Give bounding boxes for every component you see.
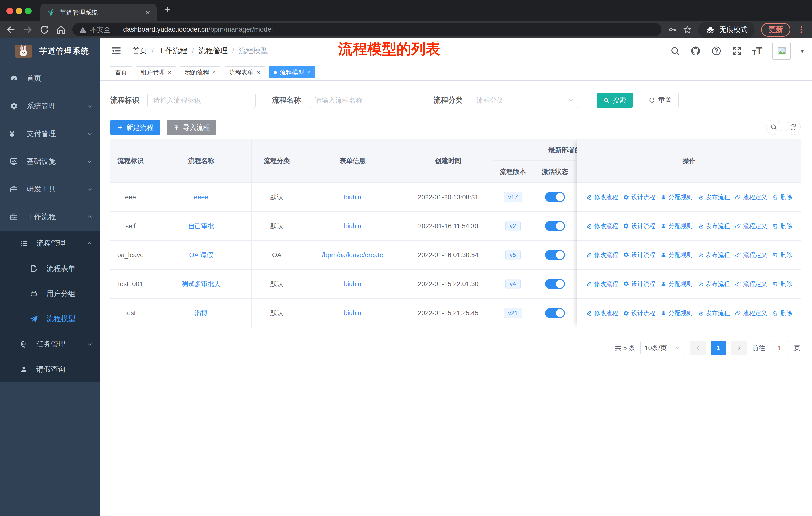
action-design-process[interactable]: 设计流程	[623, 193, 656, 201]
active-toggle[interactable]	[545, 250, 565, 260]
sidebar-item-process-form[interactable]: 流程表单	[0, 256, 100, 281]
active-toggle[interactable]	[545, 221, 565, 231]
active-toggle[interactable]	[545, 192, 565, 202]
fullscreen-icon[interactable]	[732, 46, 742, 56]
browser-tab[interactable]: 芋道管理系统 ×	[40, 3, 156, 21]
sidebar-item-system-management[interactable]: 系统管理	[0, 92, 100, 120]
sidebar-item-task-management[interactable]: 任务管理	[0, 332, 100, 357]
window-zoom-button[interactable]	[25, 7, 32, 15]
window-minimize-button[interactable]	[16, 7, 22, 15]
process-name-link[interactable]: eeee	[194, 193, 208, 201]
avatar-caret-icon[interactable]: ▾	[801, 47, 804, 55]
form-info-link[interactable]: biubiu	[344, 309, 361, 317]
action-publish-process[interactable]: 发布流程	[698, 193, 730, 201]
active-toggle[interactable]	[545, 308, 565, 318]
home-icon[interactable]	[56, 25, 66, 35]
back-icon[interactable]	[6, 25, 16, 35]
action-assign-rule[interactable]: 分配规则	[661, 222, 693, 230]
next-page-button[interactable]	[731, 341, 747, 355]
tag-close-icon[interactable]: ×	[168, 69, 171, 75]
search-button[interactable]: 搜索	[597, 93, 633, 108]
form-info-link[interactable]: biubiu	[344, 222, 361, 230]
sidebar-item-user-group[interactable]: 用户分组	[0, 281, 100, 306]
show-search-button[interactable]	[766, 120, 781, 135]
form-info-link[interactable]: biubiu	[344, 280, 361, 288]
process-name-link[interactable]: OA 请假	[189, 251, 213, 260]
create-process-button[interactable]: 新建流程	[110, 120, 160, 135]
action-process-definition[interactable]: 流程定义	[735, 280, 767, 288]
forward-icon[interactable]	[23, 25, 33, 35]
import-process-button[interactable]: 导入流程	[167, 120, 216, 135]
action-modify-process[interactable]: 修改流程	[586, 251, 618, 259]
action-publish-process[interactable]: 发布流程	[698, 251, 730, 259]
form-info-link[interactable]: biubiu	[344, 193, 361, 201]
address-bar[interactable]: 不安全 dashboard.yudao.iocoder.cn/bpm/manag…	[72, 23, 662, 36]
process-name-input[interactable]	[309, 93, 417, 108]
action-design-process[interactable]: 设计流程	[623, 280, 656, 288]
browser-menu-icon[interactable]	[797, 25, 806, 34]
tag-close-icon[interactable]: ×	[257, 69, 260, 75]
action-publish-process[interactable]: 发布流程	[698, 222, 730, 230]
action-modify-process[interactable]: 修改流程	[586, 309, 618, 317]
sidebar-item-infrastructure[interactable]: 基础设施	[0, 147, 100, 175]
sidebar-fold-icon[interactable]	[111, 46, 121, 56]
process-key-input[interactable]	[147, 93, 256, 108]
action-process-definition[interactable]: 流程定义	[735, 251, 767, 259]
active-toggle[interactable]	[545, 279, 565, 289]
avatar[interactable]	[773, 42, 791, 60]
sidebar-item-process-management[interactable]: 流程管理	[0, 231, 100, 256]
tag-active[interactable]: 流程模型×	[269, 66, 315, 78]
process-name-link[interactable]: 测试多审批人	[181, 280, 221, 289]
action-modify-process[interactable]: 修改流程	[586, 280, 618, 288]
github-icon[interactable]	[690, 46, 701, 56]
key-icon[interactable]	[668, 25, 676, 34]
action-design-process[interactable]: 设计流程	[623, 309, 656, 317]
tab-close-icon[interactable]: ×	[145, 8, 150, 17]
action-delete[interactable]: 删除	[772, 222, 792, 230]
sidebar-item-leave-query[interactable]: 请假查询	[0, 357, 100, 382]
action-modify-process[interactable]: 修改流程	[586, 193, 618, 201]
reload-icon[interactable]	[39, 25, 49, 35]
action-assign-rule[interactable]: 分配规则	[661, 193, 693, 201]
search-icon[interactable]	[670, 46, 680, 56]
sidebar-item-home[interactable]: 首页	[0, 64, 100, 92]
action-assign-rule[interactable]: 分配规则	[661, 251, 693, 259]
action-delete[interactable]: 删除	[772, 251, 792, 259]
update-button[interactable]: 更新	[761, 23, 790, 36]
breadcrumb-item[interactable]: 工作流程	[158, 46, 187, 56]
tag-close-icon[interactable]: ×	[307, 69, 311, 75]
action-delete[interactable]: 删除	[772, 193, 792, 201]
form-info-link[interactable]: /bpm/oa/leave/create	[322, 251, 383, 259]
prev-page-button[interactable]	[690, 341, 706, 355]
sidebar-item-dev-tools[interactable]: 研发工具	[0, 175, 100, 203]
page-size-select[interactable]: 10条/页	[640, 341, 685, 355]
process-category-select[interactable]: 流程分类	[471, 93, 579, 108]
sidebar-logo-row[interactable]: 芋道管理系统	[0, 38, 100, 64]
action-delete[interactable]: 删除	[772, 280, 792, 288]
action-assign-rule[interactable]: 分配规则	[661, 280, 693, 288]
tag-item[interactable]: 租户管理×	[136, 66, 176, 78]
tag-item[interactable]: 首页	[110, 66, 132, 78]
action-publish-process[interactable]: 发布流程	[698, 280, 730, 288]
action-assign-rule[interactable]: 分配规则	[661, 309, 693, 317]
action-process-definition[interactable]: 流程定义	[735, 193, 767, 201]
new-tab-button[interactable]: +	[164, 4, 171, 15]
breadcrumb-item[interactable]: 流程管理	[198, 46, 228, 56]
refresh-table-button[interactable]	[786, 120, 801, 135]
action-process-definition[interactable]: 流程定义	[735, 309, 767, 317]
tag-close-icon[interactable]: ×	[212, 69, 216, 75]
reset-button[interactable]: 重置	[642, 93, 678, 108]
tag-item[interactable]: 我的流程×	[180, 66, 221, 78]
action-delete[interactable]: 删除	[772, 309, 792, 317]
action-design-process[interactable]: 设计流程	[623, 251, 656, 259]
sidebar-item-process-model[interactable]: 流程模型	[0, 306, 100, 332]
sidebar-item-workflow[interactable]: 工作流程	[0, 203, 100, 231]
process-name-link[interactable]: 滔博	[195, 309, 208, 318]
sidebar-item-payment-management[interactable]: ¥支付管理	[0, 120, 100, 147]
action-design-process[interactable]: 设计流程	[623, 222, 656, 230]
window-close-button[interactable]	[6, 7, 13, 15]
action-modify-process[interactable]: 修改流程	[586, 222, 618, 230]
process-name-link[interactable]: 自己审批	[188, 222, 214, 230]
tag-item[interactable]: 流程表单×	[225, 66, 265, 78]
current-page-button[interactable]: 1	[711, 341, 726, 355]
